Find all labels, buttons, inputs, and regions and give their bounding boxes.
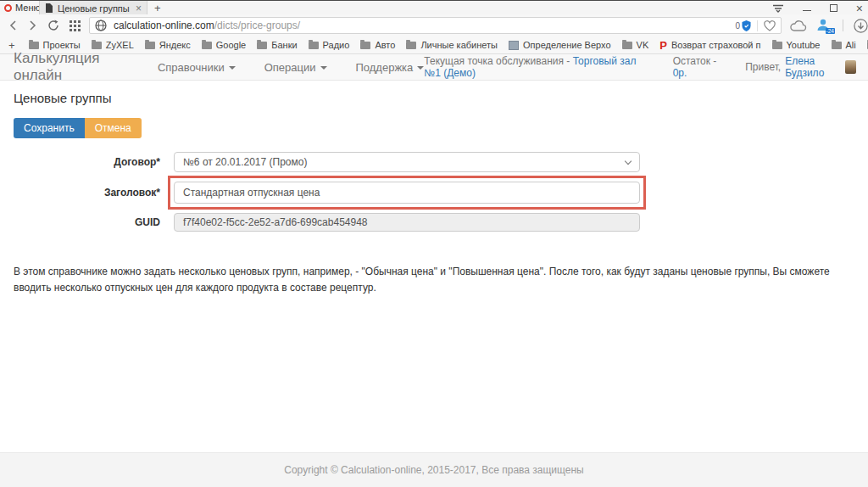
menu-spravochniki[interactable]: Справочники xyxy=(158,61,236,74)
p-logo-icon: P xyxy=(659,40,667,51)
folder-icon xyxy=(145,42,155,49)
back-icon[interactable] xyxy=(8,20,18,31)
balance-link[interactable]: 0р. xyxy=(673,67,687,79)
folder-icon xyxy=(202,42,212,49)
browser-menu-button[interactable]: Меню xyxy=(4,3,41,13)
bookmark-link-vozvrat[interactable]: PВозврат страховой п xyxy=(659,40,760,51)
profile-sync-icon[interactable]: -24 xyxy=(817,19,832,32)
browser-tab-active[interactable]: Ценовые группы × xyxy=(39,1,147,15)
globe-icon xyxy=(95,20,107,31)
bookmark-folder-avto[interactable]: Авто xyxy=(360,40,395,50)
bookmark-folder-yandex[interactable]: Яндекс xyxy=(145,40,191,50)
folder-icon xyxy=(360,42,370,49)
url-input[interactable]: calculation-online.com/dicts/price-group… xyxy=(89,17,782,34)
user-box: Привет, Елена Будзило xyxy=(745,55,856,79)
shield-icon xyxy=(742,20,751,31)
adblock-badge[interactable]: 0 xyxy=(735,20,751,31)
folder-icon xyxy=(406,42,416,49)
copyright-text: Copyright © Calculation-online, 2015-201… xyxy=(284,464,584,476)
bookmark-folder-radio[interactable]: Радио xyxy=(309,40,350,50)
contract-select[interactable]: №6 от 20.01.2017 (Промо) xyxy=(174,152,640,172)
folder-icon xyxy=(832,42,842,49)
tab-menu-icon[interactable] xyxy=(772,4,784,13)
caret-down-icon xyxy=(417,66,424,70)
reload-icon[interactable] xyxy=(47,20,59,31)
price-group-form: Договор* №6 от 20.01.2017 (Промо) Заголо… xyxy=(14,152,854,232)
service-point: Текущая точка обслуживания - Торговый за… xyxy=(424,55,652,79)
browser-address-bar: calculation-online.com/dicts/price-group… xyxy=(0,14,868,36)
bookmark-heart-button[interactable] xyxy=(757,20,776,31)
menu-operacii[interactable]: Операции xyxy=(264,61,327,74)
folder-icon xyxy=(309,42,319,49)
page-title: Ценовые группы xyxy=(14,91,854,105)
page-icon xyxy=(45,3,53,13)
app-navbar: Калькуляция онлайн Справочники Операции … xyxy=(0,54,868,81)
forward-icon[interactable] xyxy=(28,20,37,31)
folder-icon xyxy=(29,42,39,49)
caret-down-icon xyxy=(320,66,327,70)
guid-label: GUID xyxy=(14,216,160,228)
folder-icon xyxy=(257,42,267,49)
title-input[interactable] xyxy=(174,182,640,204)
browser-tab-bar: Меню Ценовые группы × + × xyxy=(0,0,868,14)
menu-podderzhka[interactable]: Поддержка xyxy=(356,61,425,74)
bookmark-folder-proekty[interactable]: Проекты xyxy=(29,40,81,50)
form-row-contract: Договор* №6 от 20.01.2017 (Промо) xyxy=(14,152,854,172)
url-host: calculation-online.com xyxy=(114,20,214,31)
new-tab-button[interactable]: + xyxy=(154,2,161,14)
page-footer: Copyright © Calculation-online, 2015-201… xyxy=(0,452,868,487)
speed-dial-icon[interactable] xyxy=(70,20,81,31)
contract-label: Договор* xyxy=(14,156,160,168)
opera-logo-icon xyxy=(4,4,12,12)
image-thumbnail-icon xyxy=(509,41,519,50)
adblock-count: 0 xyxy=(735,21,740,31)
toolbar-divider xyxy=(843,20,843,31)
user-name-link[interactable]: Елена Будзило xyxy=(785,55,841,79)
highlight-annotation-box xyxy=(168,176,646,210)
browser-menu-label: Меню xyxy=(15,3,41,13)
url-text: calculation-online.com/dicts/price-group… xyxy=(114,20,735,31)
downloads-icon[interactable] xyxy=(854,19,868,33)
avatar[interactable] xyxy=(845,60,856,74)
help-description: В этом справочнике можно задать нескольк… xyxy=(14,264,854,296)
minimize-icon[interactable] xyxy=(803,10,811,11)
guid-value-field: f7f40e02-f5cc-2e52-a7d6-699cab454948 xyxy=(174,213,640,232)
tab-title: Ценовые группы xyxy=(58,3,131,14)
page-content: Ценовые группы Сохранить Отмена Договор*… xyxy=(0,81,868,296)
heart-icon xyxy=(764,20,776,31)
cancel-button[interactable]: Отмена xyxy=(85,118,142,138)
sync-count-badge: -24 xyxy=(826,28,835,34)
form-row-title: Заголовок* xyxy=(14,182,854,204)
bookmark-folder-ali[interactable]: Ali xyxy=(832,40,856,50)
balance: Остаток - 0р. xyxy=(673,55,726,79)
contract-select-value: №6 от 20.01.2017 (Промо) xyxy=(183,156,626,168)
save-button[interactable]: Сохранить xyxy=(14,118,85,138)
bookmark-folder-banki[interactable]: Банки xyxy=(257,40,297,50)
tab-close-icon[interactable]: × xyxy=(136,3,142,14)
bookmark-link-opredelenie[interactable]: Определение Верхо xyxy=(509,40,611,50)
cloud-sync-icon[interactable] xyxy=(790,20,807,31)
folder-icon xyxy=(622,42,632,49)
bookmark-folder-lichnye-kabinety[interactable]: Личные кабинеты xyxy=(406,40,498,50)
chevron-down-icon xyxy=(625,157,632,164)
bookmark-folder-youtube[interactable]: Youtube xyxy=(772,40,821,50)
form-row-guid: GUID f7f40e02-f5cc-2e52-a7d6-699cab45494… xyxy=(14,213,854,232)
bookmark-folder-zyxel[interactable]: ZyXEL xyxy=(92,40,134,50)
caret-down-icon xyxy=(229,66,236,70)
title-label: Заголовок* xyxy=(14,187,160,199)
maximize-icon[interactable] xyxy=(830,4,837,12)
folder-icon xyxy=(772,42,782,49)
folder-icon xyxy=(92,42,102,49)
window-close-icon[interactable]: × xyxy=(856,3,863,14)
bookmark-folder-google[interactable]: Google xyxy=(202,40,246,50)
url-path: /dicts/price-groups/ xyxy=(214,20,300,31)
app-brand[interactable]: Калькуляция онлайн xyxy=(14,50,134,84)
bookmark-folder-vk[interactable]: VK xyxy=(622,40,649,50)
